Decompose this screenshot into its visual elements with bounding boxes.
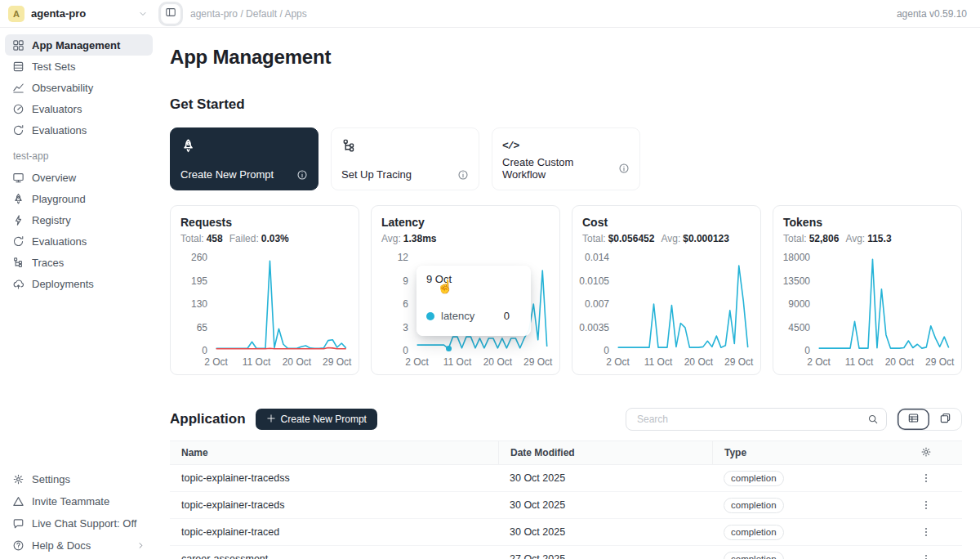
sidebar-item-app-evaluations[interactable]: Evaluations xyxy=(5,230,153,252)
chart-stats: Avg:1.38ms xyxy=(381,233,550,244)
app-version: agenta v0.59.10 xyxy=(897,8,967,20)
table-row[interactable]: topic-explainer-traceds 30 Oct 2025 comp… xyxy=(170,492,962,519)
info-icon[interactable] xyxy=(618,163,630,174)
row-menu-button[interactable] xyxy=(920,499,932,511)
search-box xyxy=(626,408,887,431)
tooltip-value: 0 xyxy=(504,310,521,322)
create-new-prompt-card[interactable]: Create New Prompt xyxy=(170,127,318,190)
sidebar-item-invite-teammate[interactable]: Invite Teammate xyxy=(5,490,153,512)
row-menu-button[interactable] xyxy=(920,472,932,484)
card-view-button[interactable] xyxy=(929,409,961,430)
refresh-circle-icon xyxy=(12,124,24,136)
card-label: Create New Prompt xyxy=(180,168,274,181)
plus-icon xyxy=(266,414,276,426)
sidebar-footer-nav: Settings Invite Teammate Live Chat Suppo… xyxy=(5,468,153,559)
sidebar-item-help-docs[interactable]: Help & Docs xyxy=(5,534,153,556)
traces-icon xyxy=(341,137,358,154)
table-header: Name Date Modified Type xyxy=(170,441,962,465)
sidebar: App Management Test Sets Observability E… xyxy=(0,28,158,559)
search-input[interactable] xyxy=(635,413,861,426)
chart-plot[interactable] xyxy=(215,257,349,351)
table-row[interactable]: career-assessment 27 Oct 2025 completion xyxy=(170,546,962,559)
grid-icon xyxy=(12,39,24,51)
create-custom-workflow-card[interactable]: </> Create Custom Workflow xyxy=(492,127,640,190)
column-header-name[interactable]: Name xyxy=(170,441,498,464)
sidebar-item-overview[interactable]: Overview xyxy=(5,167,153,188)
invite-icon xyxy=(12,495,24,508)
traces-icon xyxy=(12,257,24,269)
latency-series-dot-icon xyxy=(426,312,434,320)
search-icon[interactable] xyxy=(867,414,879,425)
application-heading: Application xyxy=(170,411,246,427)
chat-icon xyxy=(12,517,24,530)
sidebar-item-evaluators[interactable]: Evaluators xyxy=(5,98,153,119)
set-up-tracing-card[interactable]: Set Up Tracing xyxy=(331,127,479,190)
app-name[interactable]: topic-explainer-traced xyxy=(170,526,498,538)
chart-tooltip: 9 Octlatency0 xyxy=(416,266,531,336)
sidebar-item-live-chat[interactable]: Live Chat Support: Off xyxy=(5,512,153,534)
breadcrumb[interactable]: agenta-pro / Default / Apps xyxy=(190,8,897,20)
row-menu-button[interactable] xyxy=(920,553,932,559)
column-header-type[interactable]: Type xyxy=(712,441,890,464)
column-settings-button[interactable] xyxy=(890,441,962,464)
app-name[interactable]: career-assessment xyxy=(170,553,498,559)
chart-plot[interactable] xyxy=(817,257,951,351)
sidebar-item-deployments[interactable]: Deployments xyxy=(5,273,153,294)
table-row[interactable]: topic-explainer-tracedss 30 Oct 2025 com… xyxy=(170,465,962,492)
x-axis-labels: 2 Oct11 Oct20 Oct29 Oct xyxy=(817,356,951,369)
x-axis-labels: 2 Oct11 Oct20 Oct29 Oct xyxy=(416,356,550,369)
view-switcher xyxy=(897,408,962,431)
app-name[interactable]: topic-explainer-tracedss xyxy=(170,472,498,484)
sidebar-app-nav: Overview Playground Registry Evaluations xyxy=(5,167,153,294)
mouse-cursor-icon: ☝ xyxy=(437,279,453,294)
y-axis-labels: 260195130650 xyxy=(180,257,215,351)
sidebar-item-test-sets[interactable]: Test Sets xyxy=(5,56,153,77)
chart-title: Cost xyxy=(582,216,751,229)
column-header-date-modified[interactable]: Date Modified xyxy=(498,441,712,464)
card-label: Create Custom Workflow xyxy=(502,156,618,181)
sidebar-item-app-management[interactable]: App Management xyxy=(5,34,153,56)
lightning-icon xyxy=(12,214,24,226)
panel-left-icon xyxy=(165,7,176,20)
sidebar-item-registry[interactable]: Registry xyxy=(5,209,153,230)
type-badge: completion xyxy=(724,498,784,513)
date-modified: 30 Oct 2025 xyxy=(498,499,712,511)
card-view-icon xyxy=(939,412,951,427)
help-icon xyxy=(12,539,24,552)
table-body: topic-explainer-tracedss 30 Oct 2025 com… xyxy=(170,465,962,559)
sidebar-item-traces[interactable]: Traces xyxy=(5,252,153,273)
cloud-icon xyxy=(12,278,24,290)
row-menu-button[interactable] xyxy=(920,526,932,538)
chart-title: Tokens xyxy=(783,216,951,229)
date-modified: 30 Oct 2025 xyxy=(498,526,712,538)
sidebar-toggle-button[interactable] xyxy=(161,4,180,24)
get-started-cards: Create New Prompt Set Up Tracing </> xyxy=(170,127,962,190)
chart-title: Requests xyxy=(180,216,349,229)
page-title: App Management xyxy=(170,46,962,69)
chart-stats: Total:52,806Avg:115.3 xyxy=(783,233,951,244)
table-row[interactable]: topic-explainer-traced 30 Oct 2025 compl… xyxy=(170,519,962,546)
sidebar-item-evaluations[interactable]: Evaluations xyxy=(5,119,153,141)
info-icon[interactable] xyxy=(296,169,308,181)
chevron-right-icon xyxy=(136,541,145,550)
sidebar-item-settings[interactable]: Settings xyxy=(5,468,153,490)
monitor-icon xyxy=(12,172,24,184)
tooltip-series-label: latency xyxy=(441,310,497,322)
org-name: agenta-pro xyxy=(31,7,131,20)
refresh-circle-icon xyxy=(12,235,24,248)
app-name[interactable]: topic-explainer-traceds xyxy=(170,499,498,511)
table-view-button[interactable] xyxy=(898,409,929,430)
create-new-prompt-button[interactable]: Create New Prompt xyxy=(256,409,377,430)
gauge-icon xyxy=(12,103,24,115)
x-axis-labels: 2 Oct11 Oct20 Oct29 Oct xyxy=(617,356,751,369)
org-switcher[interactable]: A agenta-pro xyxy=(0,6,158,22)
y-axis-labels: 129630 xyxy=(381,257,416,351)
sidebar-item-observability[interactable]: Observability xyxy=(5,77,153,98)
sidebar-item-playground[interactable]: Playground xyxy=(5,188,153,209)
y-axis-labels: 1800013500900045000 xyxy=(783,257,817,351)
card-label: Set Up Tracing xyxy=(341,168,412,181)
chart-plot[interactable] xyxy=(617,257,751,351)
type-badge: completion xyxy=(724,525,784,540)
requests: Requests Total:458Failed:0.03% 260195130… xyxy=(170,205,359,375)
info-icon[interactable] xyxy=(457,169,469,181)
